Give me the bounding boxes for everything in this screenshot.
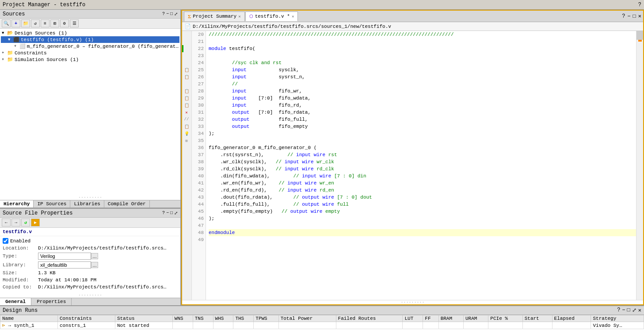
sources-min-btn[interactable]: − (166, 12, 169, 17)
col-start: Start (522, 315, 552, 322)
sources-help-btn[interactable]: ? (162, 12, 165, 17)
props-min-btn[interactable]: − (166, 211, 169, 216)
col-bram: BRAM (438, 315, 463, 322)
tree-item-design-sources[interactable]: ▼ 📂 Design Sources (1) (1, 30, 179, 36)
module-icon: ⬛ (13, 37, 19, 42)
run-power-cell (278, 322, 336, 329)
gutter-icon-29: 📋 (182, 95, 191, 102)
collapse-btn[interactable]: ≡ (41, 19, 50, 27)
editor-max-btn[interactable]: □ (633, 13, 636, 19)
type-browse-btn[interactable]: … (91, 253, 98, 259)
design-runs-table: Name Constraints Status WNS TNS WHS THS … (0, 315, 644, 329)
tree-item-constraints[interactable]: + 📁 Constraints (1, 50, 179, 56)
gutter-icon-21 (182, 38, 191, 45)
gutter-icon-32: // (182, 116, 191, 123)
col-elapsed: Elapsed (552, 315, 591, 322)
tree-item-testfifo[interactable]: ▼ ⬛ testfifo (testfifo.v) (1) (1, 36, 179, 43)
props-help-btn[interactable]: ? (162, 211, 165, 216)
runs-max-btn[interactable]: □ (627, 307, 630, 314)
props-size-row: Size: 1.3 KB (3, 270, 178, 276)
size-value: 1.3 KB (38, 270, 178, 276)
col-lut: LUT (403, 315, 423, 322)
tab-libraries[interactable]: Libraries (70, 200, 104, 207)
props-copied-row: Copied to: D:/Xilinx/MyProjects/testfifo… (3, 284, 178, 290)
search-btn[interactable]: 🔍 (2, 19, 11, 27)
enabled-checkbox-label[interactable]: Enabled (3, 238, 30, 244)
props-resize-btn[interactable]: ⤢ (174, 211, 178, 216)
sources-resize-btn[interactable]: ⤢ (174, 12, 178, 17)
props-fwd-btn[interactable]: → (11, 219, 20, 226)
run-lut-cell (403, 322, 423, 329)
folder-icon: 📂 (7, 30, 13, 36)
col-strategy: Strategy (591, 315, 644, 322)
refresh-btn[interactable]: ↺ (31, 19, 40, 27)
expand-sim-sources[interactable]: + (2, 58, 7, 62)
editor-path-bar: 📄 D:/Xilinx/MyProjects/testfifo/testfifo… (182, 22, 643, 31)
editor-help-btn[interactable]: ? (622, 13, 625, 19)
ip-icon: ⬜ (19, 43, 26, 49)
code-content[interactable]: ////////////////////////////////////////… (206, 31, 636, 300)
runs-title: Design Runs (3, 307, 38, 314)
settings-btn[interactable]: ⚙ (60, 19, 69, 27)
list-view-btn[interactable]: ☰ (70, 19, 79, 27)
tab-ip-sources[interactable]: IP Sources (34, 200, 70, 207)
props-title: Source File Properties (3, 210, 72, 216)
type-input[interactable] (38, 253, 91, 260)
props-panel: Source File Properties ? − □ ⤢ ← → ↺ ▶ t… (0, 208, 180, 305)
editor-scroll-dots: ········· (182, 300, 643, 304)
expand-btn[interactable]: ⊞ (50, 19, 59, 27)
library-browse-btn[interactable]: … (91, 262, 98, 268)
sources-max-btn[interactable]: □ (170, 12, 173, 17)
editor-panel: Σ Project Summary ✕ ⬡ testfifo.v * ✕ ? −… (181, 10, 644, 305)
title-bar-help[interactable]: ? (638, 2, 641, 8)
run-name-cell: ⊳ → synth_1 (0, 322, 58, 329)
props-modified-row: Modified: Today at 14:00:18 PM (3, 277, 178, 283)
gutter-icon-25: 📋 (182, 66, 191, 73)
runs-help-btn[interactable]: ? (617, 307, 620, 314)
title-bar: Project Manager - testfifo ? (0, 0, 644, 10)
testfifo-tab-icon: ⬡ (249, 14, 253, 19)
tab-hierarchy[interactable]: Hierarchy (0, 200, 34, 207)
location-label: Location: (3, 246, 38, 251)
table-row: ⊳ → synth_1 constrs_1 Not started (0, 322, 644, 329)
add-folder-btn[interactable]: 📁 (21, 19, 30, 27)
runs-min-btn[interactable]: − (622, 307, 625, 314)
tree-item-fifo-gen[interactable]: + ⬜ m_fifo_generator_0 – fifo_generator_… (1, 43, 179, 50)
editor-min-btn[interactable]: − (627, 13, 630, 19)
copied-to-value: D:/Xilinx/MyProjects/testfifo/testfifo.s… (38, 284, 178, 290)
tab-compile-order[interactable]: Compile Order (104, 200, 150, 207)
add-source-btn[interactable]: + (11, 19, 20, 27)
expand-design-sources[interactable]: ▼ (2, 31, 7, 35)
props-refresh-btn[interactable]: ↺ (21, 219, 30, 226)
expand-testfifo[interactable]: ▼ (8, 38, 13, 42)
summary-tab-close[interactable]: ✕ (238, 14, 240, 19)
props-max-btn[interactable]: □ (170, 211, 173, 216)
constraints-folder-icon: 📁 (7, 50, 13, 56)
summary-tab-label: Project Summary (193, 14, 236, 19)
props-back-btn[interactable]: ← (2, 219, 11, 226)
modified-label: Modified: (3, 277, 38, 283)
props-open-btn[interactable]: ▶ (31, 219, 40, 226)
tab-project-summary[interactable]: Σ Project Summary ✕ (184, 12, 245, 21)
enabled-checkbox[interactable] (3, 238, 8, 244)
editor-close-btn[interactable]: ✕ (638, 13, 641, 19)
testfifo-tab-close[interactable]: ✕ (292, 14, 294, 19)
col-ths: THS (233, 315, 254, 322)
tree-item-sim-sources[interactable]: + 📁 Simulation Sources (1) (1, 56, 179, 63)
col-ff: FF (423, 315, 438, 322)
expand-fifo-gen[interactable]: + (14, 44, 19, 49)
tab-testfifo-v[interactable]: ⬡ testfifo.v * ✕ (245, 12, 298, 21)
editor-scrollbar[interactable] (636, 31, 643, 300)
col-uram: URAM (464, 315, 488, 322)
editor-area: 📋 📋 📋 📋 📋 ✕ // 📋 💡 ⊞ 2021222324252627282… (182, 31, 643, 300)
copied-to-label: Copied to: (3, 284, 38, 290)
summary-tab-icon: Σ (188, 14, 191, 19)
col-failed-routes: Failed Routes (336, 315, 403, 322)
sources-title: Sources (3, 11, 25, 17)
library-input[interactable] (38, 261, 91, 269)
runs-resize-btn[interactable]: ⤢ (632, 307, 636, 314)
expand-constraints[interactable]: + (2, 51, 7, 55)
runs-close-btn[interactable]: ✕ (638, 307, 641, 314)
tab-properties[interactable]: Properties (31, 298, 72, 305)
tab-general[interactable]: General (0, 298, 31, 305)
